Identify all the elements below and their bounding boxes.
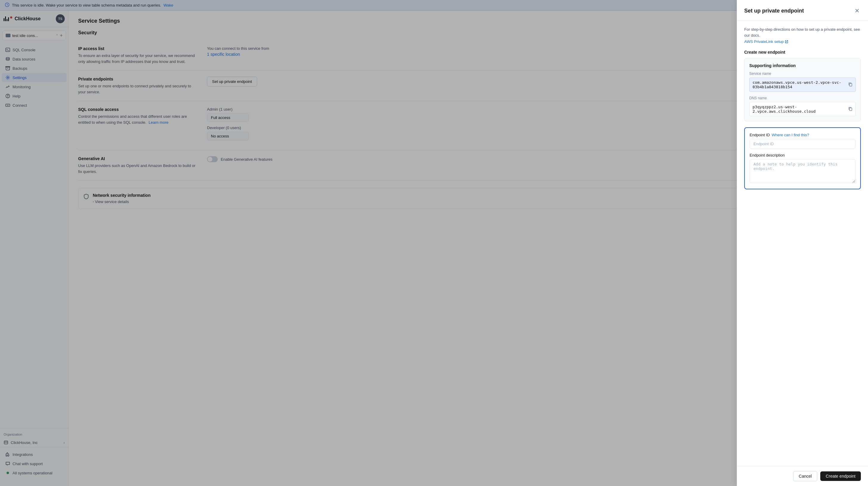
dns-name-label: DNS name [749, 96, 856, 100]
aws-privatelink-link[interactable]: AWS PrivateLink setup [744, 39, 861, 44]
dns-name-text: p3qyqzppz2.us-west-2.vpce.aws.clickhouse… [752, 105, 846, 114]
supporting-info-title: Supporting information [749, 63, 856, 68]
endpoint-form-card: Endpoint ID Where can I find this? Endpo… [744, 127, 861, 189]
service-name-field: Service name com.amazonaws.vpce.us-west-… [749, 71, 856, 92]
external-link-icon [785, 40, 788, 43]
endpoint-description-textarea[interactable] [750, 159, 856, 183]
panel-title: Set up private endpoint [744, 8, 804, 14]
dns-name-value: p3qyqzppz2.us-west-2.vpce.aws.clickhouse… [749, 102, 856, 116]
copy-dns-name-button[interactable] [846, 107, 852, 112]
panel-body: For step-by-step directions on how to se… [737, 21, 868, 466]
where-to-find-link[interactable]: Where can I find this? [772, 133, 809, 137]
service-name-label: Service name [749, 71, 856, 76]
endpoint-id-label: Endpoint ID Where can I find this? [750, 133, 856, 137]
svg-rect-8 [849, 84, 852, 86]
service-name-value: com.amazonaws.vpce.us-west-2.vpce-svc-03… [749, 77, 856, 92]
create-endpoint-title: Create new endpoint [744, 50, 861, 55]
close-panel-button[interactable]: ✕ [854, 6, 861, 15]
service-name-text: com.amazonaws.vpce.us-west-2.vpce-svc-03… [752, 80, 846, 89]
aws-link-text: AWS PrivateLink setup [744, 39, 783, 44]
supporting-info-card: Supporting information Service name com.… [744, 58, 861, 121]
copy-service-name-button[interactable] [846, 82, 852, 87]
endpoint-description-label: Endpoint description [750, 153, 856, 157]
panel-header: Set up private endpoint ✕ [737, 0, 868, 21]
cancel-button[interactable]: Cancel [793, 471, 817, 481]
create-endpoint-button[interactable]: Create endpoint [820, 472, 861, 481]
side-panel: Set up private endpoint ✕ For step-by-st… [737, 0, 868, 486]
endpoint-id-input[interactable] [750, 139, 856, 149]
dns-name-field: DNS name p3qyqzppz2.us-west-2.vpce.aws.c… [749, 96, 856, 116]
panel-description: For step-by-step directions on how to se… [744, 27, 861, 38]
panel-footer: Cancel Create endpoint [737, 466, 868, 486]
svg-rect-9 [849, 108, 852, 110]
